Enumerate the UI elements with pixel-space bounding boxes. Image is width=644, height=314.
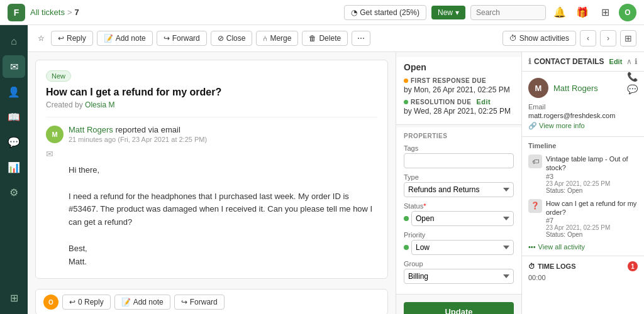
ticket-title: How can I get a refund for my order? — [46, 87, 377, 98]
contact-avatar-row: M Matt Rogers — [528, 78, 638, 98]
contact-name[interactable]: Matt Rogers — [553, 84, 598, 93]
ticket-meta: Created by Olesia M — [46, 100, 377, 109]
grid-view-button[interactable]: ⊞ — [620, 30, 636, 46]
status-select[interactable]: Open — [411, 211, 514, 226]
timeline-num-1: #3 — [546, 173, 638, 180]
timeline-date-1: 23 Apr 2021, 02:25 PM — [546, 180, 638, 187]
next-ticket-button[interactable]: › — [600, 30, 616, 46]
sender-time: 21 minutes ago (Fri, 23 Apr 2021 at 2:25… — [69, 136, 207, 143]
gift-button[interactable]: 🎁 — [574, 4, 591, 21]
info-detail-icon[interactable]: ℹ — [635, 57, 638, 66]
forward-icon: ↪ — [164, 34, 170, 43]
view-all-activity-link[interactable]: ••• View all activity — [528, 243, 638, 251]
contact-avatar: M — [528, 78, 548, 98]
close-button[interactable]: ⊘ Close — [211, 31, 253, 46]
message-body: Hi there, I need a refund for the headph… — [69, 164, 377, 268]
timeline-title: Timeline — [528, 142, 638, 149]
time-logs-block: ⏱ TIME LOGS 1 00:00 — [522, 256, 644, 286]
properties-title: PROPERTIES — [404, 133, 514, 139]
timeline-icon-1: 🏷 — [528, 154, 542, 168]
merge-icon: ⑃ — [263, 34, 267, 43]
update-section: Update — [396, 295, 521, 314]
toolbar-right: ⏱ Show activities ‹ › ⊞ — [502, 30, 636, 46]
sidebar-item-email[interactable]: ✉ — [3, 55, 25, 78]
reply-toolbar: O ↩ 0 Reply 📝 Add note ↪ Forward — [35, 289, 388, 314]
delete-label: Delete — [319, 34, 341, 43]
forward-button[interactable]: ↪ Forward — [157, 31, 207, 46]
sidebar-item-knowledge[interactable]: 📖 — [3, 106, 25, 128]
view-more-icon: 🔗 — [528, 122, 537, 129]
first-response-title: FIRST RESPONSE DUE — [404, 77, 514, 84]
inline-reply-button[interactable]: ↩ 0 Reply — [62, 295, 111, 310]
group-label: Group — [404, 260, 514, 268]
priority-select[interactable]: Low — [411, 240, 514, 255]
get-started-button[interactable]: ◔ Get started (25%) — [344, 5, 426, 20]
chevron-down-icon: ▾ — [455, 8, 459, 17]
sidebar-item-settings[interactable]: ⚙ — [3, 181, 25, 203]
sidebar-item-reports[interactable]: 📊 — [3, 156, 25, 178]
resolution-section: RESOLUTION DUE Edit by Wed, 28 Apr 2021,… — [404, 98, 514, 116]
timeline-item-2: ❓ How can I get a refund for my order? #… — [528, 199, 638, 239]
message-greeting: Hi there, — [69, 164, 377, 177]
app-logo: F — [8, 4, 25, 21]
time-logs-badge: 1 — [628, 261, 638, 271]
inline-add-note-button[interactable]: 📝 Add note — [114, 295, 170, 310]
sidebar-item-home[interactable]: ⌂ — [3, 30, 25, 53]
view-more-link[interactable]: 🔗 View more info — [528, 122, 638, 130]
add-note-label: Add note — [116, 34, 146, 43]
timeline-status-2: Status: Open — [546, 231, 638, 238]
user-avatar[interactable]: O — [619, 4, 636, 21]
sidebar-item-chat[interactable]: 💬 — [3, 131, 25, 153]
reply-avatar: O — [43, 295, 58, 310]
all-tickets-link[interactable]: All tickets — [30, 8, 65, 17]
time-logs-value: 00:00 — [528, 274, 638, 281]
notification-button[interactable]: 🔔 — [551, 4, 569, 21]
contact-details-header: ℹ CONTACT DETAILS Edit ∧ ℹ — [522, 52, 644, 72]
merge-button[interactable]: ⑃ Merge — [256, 31, 298, 46]
chevron-up-icon[interactable]: ∧ — [626, 57, 632, 66]
show-activities-button[interactable]: ⏱ Show activities — [502, 31, 576, 46]
new-label: New — [438, 8, 453, 17]
status-row: Open — [404, 211, 514, 226]
message-sign2: Matt. — [69, 256, 377, 269]
sidebar: ⌂ ✉ 👤 📖 💬 📊 ⚙ ⊞ — [0, 25, 28, 314]
reply-button[interactable]: ↩ Reply — [51, 31, 93, 46]
timeline-block: Timeline 🏷 Vintage table lamp - Out of s… — [522, 137, 644, 256]
timeline-item-1: 🏷 Vintage table lamp - Out of stock? #3 … — [528, 154, 638, 194]
sender-name: Matt Rogers — [69, 125, 113, 134]
sender-action-text: reported via email — [115, 125, 180, 134]
message-content: I need a refund for the headphones that … — [69, 190, 377, 229]
breadcrumb-separator: > — [67, 8, 72, 17]
right-panel: Open FIRST RESPONSE DUE by Mon, 26 Apr 2… — [396, 52, 521, 314]
resolution-edit-link[interactable]: Edit — [476, 98, 491, 106]
group-select[interactable]: Billing — [404, 269, 514, 284]
prev-ticket-button[interactable]: ‹ — [580, 30, 596, 46]
search-input[interactable] — [470, 5, 546, 20]
first-response-value: by Mon, 26 Apr 2021, 02:25 PM — [404, 85, 514, 94]
sidebar-item-contacts[interactable]: 👤 — [3, 80, 25, 103]
top-nav-right: ◔ Get started (25%) New ▾ 🔔 🎁 ⊞ O — [344, 4, 636, 21]
delete-button[interactable]: 🗑 Delete — [302, 31, 348, 46]
sidebar-item-grid[interactable]: ⊞ — [3, 286, 25, 309]
email-icon-row: ✉ — [46, 148, 377, 159]
update-button[interactable]: Update — [404, 302, 514, 314]
status-green-dot — [404, 216, 409, 221]
inline-forward-button[interactable]: ↪ Forward — [174, 295, 225, 310]
star-button[interactable]: ☆ — [35, 31, 47, 45]
forward-label: Forward — [172, 34, 200, 43]
new-button[interactable]: New ▾ — [431, 6, 465, 19]
add-note-button[interactable]: 📝 Add note — [97, 31, 153, 46]
type-select[interactable]: Refunds and Returns — [404, 182, 514, 197]
whatsapp-icon[interactable]: 💬 — [627, 84, 638, 94]
view-more-label: View more info — [539, 122, 585, 129]
inline-reply-label: 0 Reply — [78, 298, 104, 306]
tags-input[interactable] — [404, 153, 514, 168]
contact-side-icons: 📞 💬 — [627, 72, 638, 94]
contact-edit-link[interactable]: Edit — [609, 58, 623, 65]
more-button[interactable]: ⋯ — [352, 31, 370, 46]
email-value: matt.rogers@freshdesk.com — [528, 112, 638, 119]
breadcrumb: All tickets > 7 — [30, 8, 79, 17]
ticket-number: 7 — [75, 8, 79, 17]
apps-button[interactable]: ⊞ — [596, 4, 614, 21]
phone-icon[interactable]: 📞 — [627, 72, 638, 82]
